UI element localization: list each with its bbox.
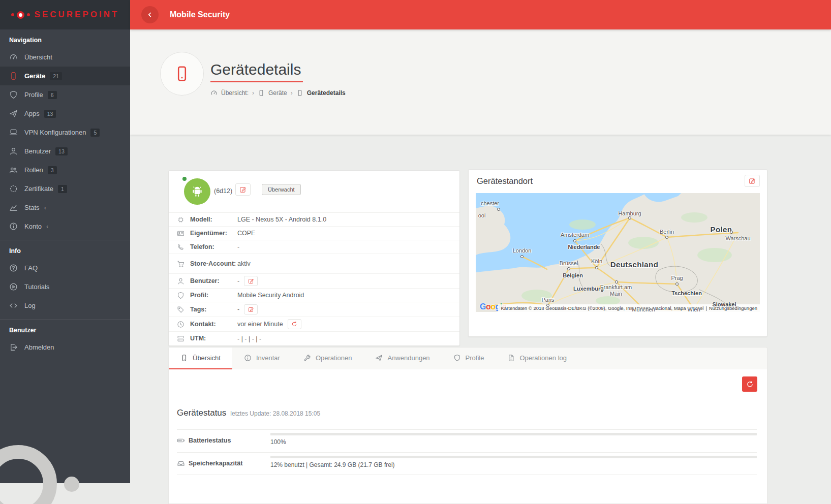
breadcrumb-separator: ›	[291, 89, 293, 97]
sidebar-item-label: Übersicht	[24, 53, 52, 61]
count-badge: 3	[48, 166, 57, 174]
tab-profile[interactable]: Profile	[442, 348, 496, 369]
page-avatar	[160, 52, 204, 96]
chevron-left-icon	[146, 11, 153, 18]
terms-link[interactable]: Nutzungsbedingungen	[709, 305, 757, 311]
status-row-label: Speicherkapazität	[189, 460, 242, 467]
logo-text: SECUREPOINT	[35, 10, 119, 20]
row-value: -	[237, 243, 239, 250]
users-icon	[9, 166, 18, 174]
chip-icon	[177, 216, 190, 224]
count-badge: 13	[55, 147, 68, 155]
main-content: Gerätedetails Übersicht: › Geräte › Gerä…	[130, 29, 831, 504]
page-header: Gerätedetails Übersicht: › Geräte › Gerä…	[130, 29, 831, 135]
phone-handset-icon	[177, 243, 190, 251]
sidebar-item-tutorials[interactable]: Tutorials	[0, 277, 130, 296]
tab-label: Inventar	[256, 354, 280, 362]
tab-inventar[interactable]: Inventar	[232, 348, 292, 369]
shield-icon	[177, 292, 190, 299]
attribution-separator: |	[705, 305, 706, 311]
brand-logo: SECUREPOINT	[0, 0, 130, 29]
cart-icon	[177, 260, 190, 268]
sidebar-item-profile[interactable]: Profile 6	[0, 85, 130, 104]
count-badge: 1	[58, 185, 67, 193]
back-button[interactable]	[141, 6, 159, 23]
tab-operationen-log[interactable]: Operationen log	[496, 348, 578, 369]
row-label: Benutzer:	[190, 277, 237, 286]
sidebar-item-uebersicht[interactable]: Übersicht	[0, 48, 130, 67]
rocket-icon	[375, 354, 383, 362]
status-row-label: Batteriestatus	[189, 437, 231, 444]
sidebar-item-abmelden[interactable]: Abmelden	[0, 338, 130, 357]
server-icon	[177, 335, 190, 342]
sidebar-item-label: Log	[24, 302, 36, 309]
row-value: -	[237, 306, 239, 313]
edit-location-button[interactable]	[745, 175, 760, 187]
sidebar-item-konto[interactable]: Konto ‹	[0, 217, 130, 236]
id-card-icon	[177, 230, 190, 237]
tab-strip: Übersicht Inventar Operationen Anwendung…	[168, 347, 767, 369]
chevron-left-icon: ‹	[46, 223, 48, 230]
row-value: - | - | - | -	[237, 335, 261, 342]
sidebar-item-label: Abmelden	[24, 343, 54, 351]
edit-icon	[248, 278, 254, 284]
map-canvas[interactable]: Google Kartendaten © 2018 GeoBasis-DE/BK…	[476, 193, 760, 312]
clock-icon	[177, 321, 190, 328]
device-row-utm: UTM: - | - | - | -	[169, 332, 459, 345]
tab-content-uebersicht: Gerätestatus letztes Update: 28.08.2018 …	[168, 369, 767, 504]
sidebar-item-geraete[interactable]: Geräte 21	[0, 67, 130, 85]
map-city-dot	[628, 216, 631, 219]
count-badge: 21	[50, 72, 62, 80]
breadcrumb: Übersicht: › Geräte › Gerätedetails	[210, 89, 346, 97]
battery-progressbar	[270, 433, 757, 435]
edit-tags-button[interactable]	[244, 304, 258, 314]
storage-icon	[177, 459, 185, 467]
edit-device-name-button[interactable]	[235, 183, 251, 196]
sidebar-item-label: Benutzer	[24, 147, 51, 155]
sidebar-item-label: FAQ	[24, 264, 38, 272]
sidebar-item-zertifikate[interactable]: Zertifikate 1	[0, 179, 130, 198]
edit-icon	[239, 186, 247, 193]
edit-icon	[248, 306, 254, 312]
sidebar-item-benutzer[interactable]: Benutzer 13	[0, 142, 130, 161]
device-row-tags: Tags: -	[169, 302, 459, 317]
android-icon	[190, 184, 205, 199]
tab-operationen[interactable]: Operationen	[292, 348, 364, 369]
device-card: (6d12) Überwacht Modell: LGE - Nexus 5X …	[168, 170, 460, 346]
shield-icon	[9, 90, 18, 99]
logo-ring-icon	[17, 11, 24, 19]
sidebar-item-apps[interactable]: Apps 13	[0, 104, 130, 123]
refresh-status-button[interactable]	[742, 376, 757, 392]
logo-dot-icon	[11, 13, 14, 16]
tag-icon	[177, 306, 190, 313]
row-label: Profil:	[190, 291, 237, 300]
sidebar-item-log[interactable]: Log	[0, 296, 130, 315]
sidebar-item-label: Rollen	[24, 166, 43, 174]
sidebar-item-label: VPN Konfigurationen	[24, 129, 86, 136]
page-title: Gerätedetails	[210, 61, 303, 82]
device-row-modell: Modell: LGE - Nexus 5X - Android 8.1.0	[169, 213, 459, 227]
breadcrumb-uebersicht[interactable]: Übersicht:	[221, 89, 249, 97]
refresh-icon	[746, 381, 754, 388]
sidebar-item-faq[interactable]: FAQ	[0, 259, 130, 277]
logo-dot-icon	[27, 13, 30, 16]
battery-value-text: 100%	[270, 438, 286, 446]
tab-anwendungen[interactable]: Anwendungen	[363, 348, 441, 369]
row-value: aktiv	[237, 260, 251, 267]
sidebar-item-rollen[interactable]: Rollen 3	[0, 161, 130, 179]
edit-benutzer-button[interactable]	[244, 276, 258, 286]
sidebar-item-stats[interactable]: Stats ‹	[0, 198, 130, 217]
stats-icon	[9, 203, 18, 212]
map-city-dot	[567, 267, 570, 270]
monitored-badge-button[interactable]: Überwacht	[262, 184, 301, 195]
mobile-icon	[180, 354, 188, 362]
device-row-store-account: Store-Account: aktiv	[169, 254, 459, 274]
breadcrumb-geraete[interactable]: Geräte	[268, 89, 287, 97]
refresh-kontakt-button[interactable]	[288, 319, 301, 329]
device-row-benutzer: Benutzer: -	[169, 274, 459, 289]
google-logo-letter: G	[480, 302, 486, 311]
status-header: Gerätestatus letztes Update: 28.08.2018 …	[177, 408, 320, 418]
sidebar-item-vpn[interactable]: VPN Konfigurationen 5	[0, 123, 130, 142]
mobile-icon	[258, 89, 265, 97]
tab-uebersicht[interactable]: Übersicht	[169, 348, 232, 369]
